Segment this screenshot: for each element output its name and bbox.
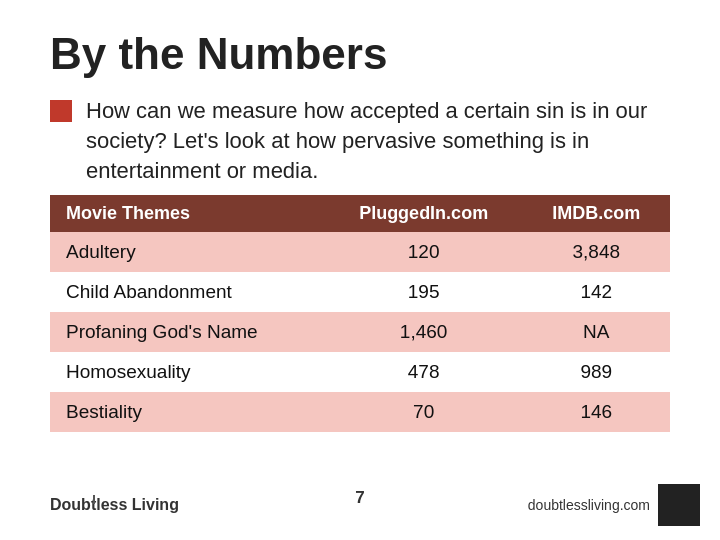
col-header-theme: Movie Themes xyxy=(50,195,325,232)
qr-code xyxy=(658,484,700,526)
footer-url-text: doubtlessliving.com xyxy=(528,497,650,513)
bullet-text: How can we measure how accepted a certai… xyxy=(86,96,670,185)
bullet-icon xyxy=(50,100,72,122)
table-cell-0-2: 3,848 xyxy=(523,232,670,272)
table-cell-1-0: Child Abandonment xyxy=(50,272,325,312)
table-row: Adultery1203,848 xyxy=(50,232,670,272)
slide: By the Numbers How can we measure how ac… xyxy=(0,0,720,540)
col-header-pluggedin: PluggedIn.com xyxy=(325,195,523,232)
data-table-wrapper: Movie Themes PluggedIn.com IMDB.com Adul… xyxy=(50,195,670,432)
logo-text: Doubtless Living xyxy=(50,496,179,513)
slide-title: By the Numbers xyxy=(50,30,670,78)
bullet-section: How can we measure how accepted a certai… xyxy=(50,96,670,185)
table-cell-3-0: Homosexuality xyxy=(50,352,325,392)
table-header-row: Movie Themes PluggedIn.com IMDB.com xyxy=(50,195,670,232)
col-header-imdb: IMDB.com xyxy=(523,195,670,232)
table-cell-2-2: NA xyxy=(523,312,670,352)
table-row: Profaning God's Name1,460NA xyxy=(50,312,670,352)
footer-url: doubtlessliving.com xyxy=(528,484,700,526)
table-cell-4-1: 70 xyxy=(325,392,523,432)
table-cell-3-2: 989 xyxy=(523,352,670,392)
table-cell-4-2: 146 xyxy=(523,392,670,432)
movie-themes-table: Movie Themes PluggedIn.com IMDB.com Adul… xyxy=(50,195,670,432)
table-cell-0-1: 120 xyxy=(325,232,523,272)
table-row: Homosexuality478989 xyxy=(50,352,670,392)
table-cell-2-0: Profaning God's Name xyxy=(50,312,325,352)
table-cell-3-1: 478 xyxy=(325,352,523,392)
page-number: 7 xyxy=(355,488,364,508)
table-cell-0-0: Adultery xyxy=(50,232,325,272)
table-cell-1-1: 195 xyxy=(325,272,523,312)
table-cell-1-2: 142 xyxy=(523,272,670,312)
table-cell-2-1: 1,460 xyxy=(325,312,523,352)
table-row: Child Abandonment195142 xyxy=(50,272,670,312)
footer: Doubtless Living 7 doubtlessliving.com xyxy=(0,484,720,526)
table-cell-4-0: Bestiality xyxy=(50,392,325,432)
footer-logo: Doubtless Living xyxy=(50,496,179,514)
table-row: Bestiality70146 xyxy=(50,392,670,432)
